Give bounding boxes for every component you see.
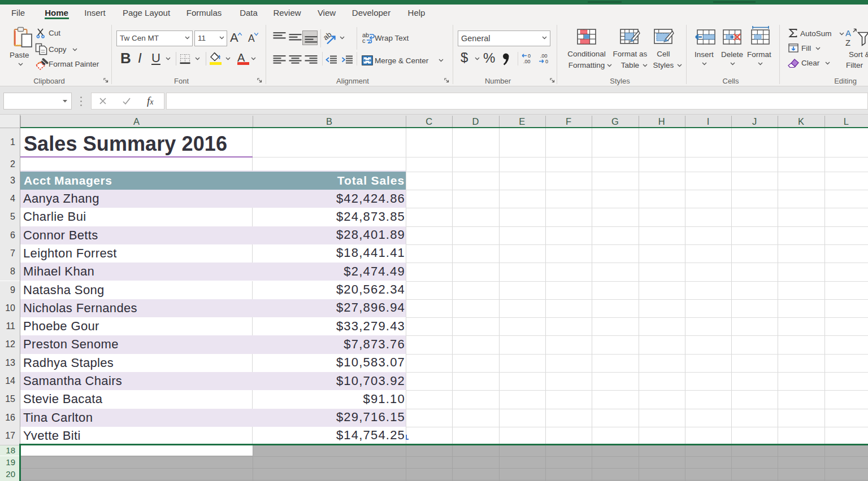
svg-text:Z: Z [845,38,850,47]
svg-text:.00: .00 [523,59,531,64]
svg-text:A: A [845,29,851,38]
svg-text:0: 0 [528,53,531,59]
svg-text:c: c [362,37,366,43]
svg-text:.00: .00 [540,53,548,59]
